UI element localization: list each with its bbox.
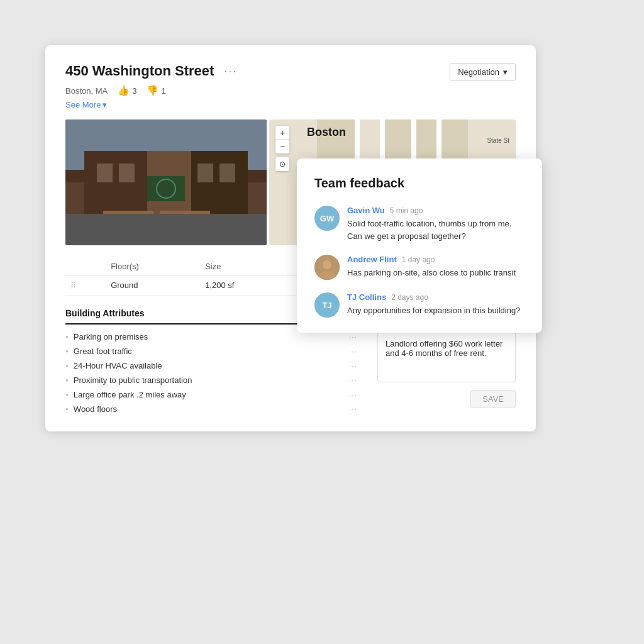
notes-textarea[interactable]: Landlord offering $60 work letter and 4-… [377,332,516,382]
svg-rect-7 [97,164,113,182]
attr-more-button[interactable]: ··· [349,333,357,341]
svg-rect-20 [160,211,210,214]
thumbs-up-icon[interactable]: 👍 [118,85,130,96]
commenter-name: Gavin Wu [347,206,385,215]
comment-header: TJ Collins 2 days ago [347,292,520,302]
attr-more-button[interactable]: ··· [349,347,357,356]
map-zoom-in-button[interactable]: + [275,126,289,140]
comment-header: Gavin Wu 5 min ago [347,206,525,215]
col-drag [65,258,106,275]
map-target-button[interactable]: ⊙ [275,157,289,171]
attr-more-button[interactable]: ··· [349,391,357,399]
attr-more-button[interactable]: ··· [349,376,357,385]
col-floor: Floor(s) [106,258,200,275]
svg-rect-17 [191,219,216,226]
building-svg [65,119,267,245]
bullet-icon: ● [65,348,69,354]
bullet-icon: ● [65,334,69,340]
comment-text: Solid foot-traffic location, thumbs up f… [347,218,525,242]
comment-body: Andrew Flint 1 day ago Has parking on-si… [347,255,516,279]
save-button[interactable]: SAVE [470,390,516,408]
property-location: Boston, MA [65,86,108,96]
avatar: GW [314,206,340,231]
chevron-down-icon: ▾ [103,100,107,109]
thumbs-down-icon[interactable]: 👎 [147,85,158,96]
header-right: Negotiation ▾ [450,63,516,81]
svg-point-43 [323,260,331,269]
drag-handle[interactable]: ⠿ [70,281,77,290]
svg-rect-13 [65,217,267,245]
attr-more-button[interactable]: ··· [349,405,357,414]
list-item: ●Large office park .2 miles away ··· [65,390,357,399]
cell-floor: Ground [106,275,200,296]
thumbs-up-group: 👍 3 [118,85,136,96]
attribute-list: ●Parking on premises ··· ●Great foot tra… [65,332,357,414]
svg-rect-15 [84,219,109,226]
svg-rect-9 [197,164,213,182]
map-zoom-controls: + − [275,126,289,153]
list-item: ●Wood floors ··· [65,404,357,414]
more-options-button[interactable]: ··· [220,64,241,79]
svg-rect-19 [103,211,153,214]
avatar-svg [314,255,340,280]
svg-rect-10 [219,164,235,182]
avatar-photo [314,255,340,280]
status-dropdown[interactable]: Negotiation ▾ [450,63,516,81]
map-zoom-out-button[interactable]: − [275,140,289,153]
list-item: ●24-Hour HVAC available ··· [65,361,357,370]
comment-item: Andrew Flint 1 day ago Has parking on-si… [314,255,525,280]
comment-text: Has parking on-site, also close to publi… [347,267,516,279]
cell-size: 1,200 sf [200,275,297,296]
bullet-icon: ● [65,363,69,369]
svg-rect-5 [84,151,147,233]
building-image [65,119,267,245]
property-title: 450 Washington Street [65,63,214,79]
bullet-icon: ● [65,377,69,383]
attr-more-button[interactable]: ··· [349,362,357,370]
comment-time: 5 min ago [390,206,423,215]
thumbs-down-count: 1 [161,86,165,96]
commenter-name: TJ Collins [347,292,386,302]
property-photo [65,119,267,245]
list-item: ●Proximity to public transportation ··· [65,375,357,385]
svg-rect-8 [119,164,135,182]
comment-text: Any opportunities for expansion in this … [347,304,520,317]
thumbs-up-count: 3 [132,86,136,96]
map-city-label: Boston [307,126,346,139]
svg-rect-18 [223,219,248,226]
comment-time: 2 days ago [391,293,428,302]
comment-header: Andrew Flint 1 day ago [347,255,516,264]
list-item: ●Great foot traffic ··· [65,347,357,356]
comment-item: GW Gavin Wu 5 min ago Solid foot-traffic… [314,206,525,242]
list-item: ●Parking on premises ··· [65,332,357,341]
feedback-title: Team feedback [314,176,525,191]
avatar: TJ [314,292,340,318]
col-size: Size [200,258,297,275]
commenter-name: Andrew Flint [347,255,397,264]
bullet-icon: ● [65,392,69,397]
map-state-label: State St [487,137,509,144]
card-subheader: Boston, MA 👍 3 👎 1 [65,85,516,96]
comment-list: GW Gavin Wu 5 min ago Solid foot-traffic… [314,206,525,318]
bullet-icon: ● [65,406,69,412]
svg-rect-16 [116,219,141,226]
comment-item: TJ TJ Collins 2 days ago Any opportuniti… [314,292,525,318]
comment-time: 1 day ago [402,255,435,264]
scene: 450 Washington Street ··· Negotiation ▾ … [33,33,611,611]
avatar [314,255,340,280]
svg-rect-14 [78,214,254,220]
card-header: 450 Washington Street ··· Negotiation ▾ [65,63,516,81]
see-more-button[interactable]: See More ▾ [65,100,516,109]
comment-body: TJ Collins 2 days ago Any opportunities … [347,292,520,317]
thumbs-down-group: 👎 1 [147,85,165,96]
svg-rect-6 [191,151,248,233]
team-feedback-panel: Team feedback GW Gavin Wu 5 min ago Soli… [297,158,542,333]
comment-body: Gavin Wu 5 min ago Solid foot-traffic lo… [347,206,525,242]
